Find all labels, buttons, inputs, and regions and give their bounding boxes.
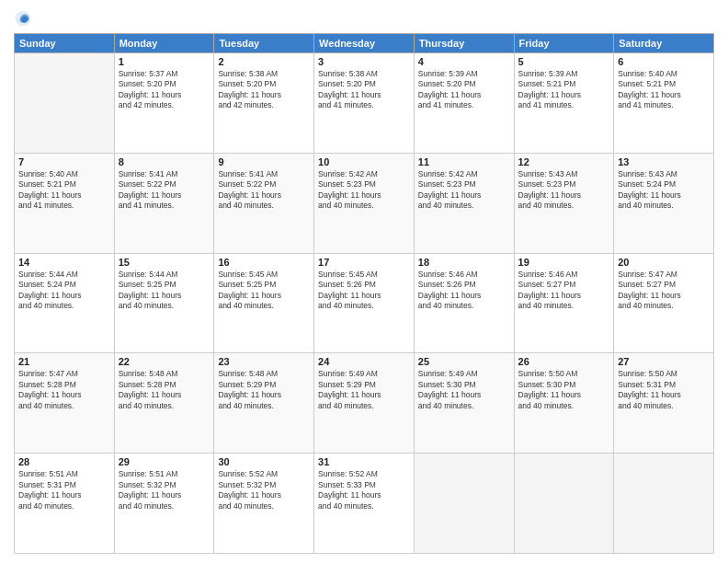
day-number: 9 xyxy=(218,156,310,167)
day-number: 28 xyxy=(18,456,110,467)
calendar-cell: 4Sunrise: 5:39 AMSunset: 5:20 PMDaylight… xyxy=(414,53,514,154)
cell-info: Sunrise: 5:49 AMSunset: 5:30 PMDaylight:… xyxy=(418,369,510,411)
day-number: 19 xyxy=(518,257,610,268)
day-header-thursday: Thursday xyxy=(414,34,514,53)
cell-info: Sunrise: 5:37 AMSunset: 5:20 PMDaylight:… xyxy=(119,69,210,111)
calendar-cell: 17Sunrise: 5:45 AMSunset: 5:26 PMDayligh… xyxy=(314,253,415,353)
calendar-cell: 31Sunrise: 5:52 AMSunset: 5:33 PMDayligh… xyxy=(314,454,415,554)
cell-info: Sunrise: 5:40 AMSunset: 5:21 PMDaylight:… xyxy=(18,169,110,212)
calendar-header: SundayMondayTuesdayWednesdayThursdayFrid… xyxy=(15,34,714,53)
calendar-cell: 12Sunrise: 5:43 AMSunset: 5:23 PMDayligh… xyxy=(514,153,614,253)
calendar-body: 1Sunrise: 5:37 AMSunset: 5:20 PMDaylight… xyxy=(15,53,714,554)
cell-info: Sunrise: 5:51 AMSunset: 5:32 PMDaylight:… xyxy=(119,469,210,511)
header xyxy=(14,9,714,28)
day-header-tuesday: Tuesday xyxy=(214,34,314,53)
cell-info: Sunrise: 5:52 AMSunset: 5:33 PMDaylight:… xyxy=(318,469,410,511)
calendar-cell: 20Sunrise: 5:47 AMSunset: 5:27 PMDayligh… xyxy=(614,253,714,353)
calendar-cell: 19Sunrise: 5:46 AMSunset: 5:27 PMDayligh… xyxy=(514,253,614,353)
cell-info: Sunrise: 5:52 AMSunset: 5:32 PMDaylight:… xyxy=(218,469,310,511)
calendar-cell xyxy=(614,454,714,554)
cell-info: Sunrise: 5:38 AMSunset: 5:20 PMDaylight:… xyxy=(318,69,410,111)
cell-info: Sunrise: 5:43 AMSunset: 5:24 PMDaylight:… xyxy=(618,169,710,212)
cell-info: Sunrise: 5:45 AMSunset: 5:26 PMDaylight:… xyxy=(318,270,410,312)
day-number: 11 xyxy=(418,156,510,167)
calendar-cell xyxy=(514,454,614,554)
page: SundayMondayTuesdayWednesdayThursdayFrid… xyxy=(0,0,728,563)
calendar-cell: 1Sunrise: 5:37 AMSunset: 5:20 PMDaylight… xyxy=(114,53,214,154)
calendar-week-row: 28Sunrise: 5:51 AMSunset: 5:31 PMDayligh… xyxy=(15,454,714,554)
calendar-cell: 7Sunrise: 5:40 AMSunset: 5:21 PMDaylight… xyxy=(15,153,115,253)
day-number: 4 xyxy=(418,56,510,67)
cell-info: Sunrise: 5:41 AMSunset: 5:22 PMDaylight:… xyxy=(218,169,310,212)
cell-info: Sunrise: 5:50 AMSunset: 5:31 PMDaylight:… xyxy=(618,369,710,411)
cell-info: Sunrise: 5:42 AMSunset: 5:23 PMDaylight:… xyxy=(318,169,410,212)
calendar-cell: 6Sunrise: 5:40 AMSunset: 5:21 PMDaylight… xyxy=(614,53,714,154)
day-header-row: SundayMondayTuesdayWednesdayThursdayFrid… xyxy=(15,34,714,53)
day-number: 2 xyxy=(218,56,310,67)
day-number: 16 xyxy=(218,257,310,268)
calendar-table: SundayMondayTuesdayWednesdayThursdayFrid… xyxy=(14,33,714,554)
calendar-cell: 24Sunrise: 5:49 AMSunset: 5:29 PMDayligh… xyxy=(314,353,415,454)
day-number: 23 xyxy=(218,356,310,367)
calendar-cell: 11Sunrise: 5:42 AMSunset: 5:23 PMDayligh… xyxy=(414,153,514,253)
calendar-week-row: 1Sunrise: 5:37 AMSunset: 5:20 PMDaylight… xyxy=(15,53,714,154)
cell-info: Sunrise: 5:45 AMSunset: 5:25 PMDaylight:… xyxy=(218,270,310,312)
day-number: 14 xyxy=(18,257,110,268)
day-number: 26 xyxy=(518,356,610,367)
general-blue-icon xyxy=(14,9,32,28)
calendar-week-row: 21Sunrise: 5:47 AMSunset: 5:28 PMDayligh… xyxy=(15,353,714,454)
day-header-wednesday: Wednesday xyxy=(314,34,415,53)
cell-info: Sunrise: 5:47 AMSunset: 5:28 PMDaylight:… xyxy=(18,369,110,411)
calendar-cell: 9Sunrise: 5:41 AMSunset: 5:22 PMDaylight… xyxy=(214,153,314,253)
calendar-cell: 29Sunrise: 5:51 AMSunset: 5:32 PMDayligh… xyxy=(114,454,214,554)
cell-info: Sunrise: 5:41 AMSunset: 5:22 PMDaylight:… xyxy=(119,169,210,212)
day-number: 22 xyxy=(119,356,210,367)
calendar-cell: 10Sunrise: 5:42 AMSunset: 5:23 PMDayligh… xyxy=(314,153,415,253)
day-number: 6 xyxy=(618,56,710,67)
calendar-cell: 13Sunrise: 5:43 AMSunset: 5:24 PMDayligh… xyxy=(614,153,714,253)
day-header-saturday: Saturday xyxy=(614,34,714,53)
cell-info: Sunrise: 5:46 AMSunset: 5:26 PMDaylight:… xyxy=(418,270,510,312)
day-number: 27 xyxy=(618,356,710,367)
calendar-cell: 14Sunrise: 5:44 AMSunset: 5:24 PMDayligh… xyxy=(15,253,115,353)
calendar-cell xyxy=(414,454,514,554)
calendar-cell: 21Sunrise: 5:47 AMSunset: 5:28 PMDayligh… xyxy=(15,353,115,454)
cell-info: Sunrise: 5:51 AMSunset: 5:31 PMDaylight:… xyxy=(18,469,110,511)
cell-info: Sunrise: 5:49 AMSunset: 5:29 PMDaylight:… xyxy=(318,369,410,411)
calendar-cell: 23Sunrise: 5:48 AMSunset: 5:29 PMDayligh… xyxy=(214,353,314,454)
calendar-cell: 26Sunrise: 5:50 AMSunset: 5:30 PMDayligh… xyxy=(514,353,614,454)
calendar-cell: 30Sunrise: 5:52 AMSunset: 5:32 PMDayligh… xyxy=(214,454,314,554)
day-number: 30 xyxy=(218,456,310,467)
cell-info: Sunrise: 5:39 AMSunset: 5:20 PMDaylight:… xyxy=(418,69,510,111)
day-header-monday: Monday xyxy=(114,34,214,53)
calendar-cell xyxy=(15,53,115,154)
calendar-cell: 22Sunrise: 5:48 AMSunset: 5:28 PMDayligh… xyxy=(114,353,214,454)
calendar-cell: 3Sunrise: 5:38 AMSunset: 5:20 PMDaylight… xyxy=(314,53,415,154)
cell-info: Sunrise: 5:42 AMSunset: 5:23 PMDaylight:… xyxy=(418,169,510,212)
cell-info: Sunrise: 5:47 AMSunset: 5:27 PMDaylight:… xyxy=(618,270,710,312)
day-number: 31 xyxy=(318,456,410,467)
day-header-friday: Friday xyxy=(514,34,614,53)
day-number: 18 xyxy=(418,257,510,268)
calendar-cell: 18Sunrise: 5:46 AMSunset: 5:26 PMDayligh… xyxy=(414,253,514,353)
day-header-sunday: Sunday xyxy=(15,34,115,53)
cell-info: Sunrise: 5:48 AMSunset: 5:29 PMDaylight:… xyxy=(218,369,310,411)
cell-info: Sunrise: 5:43 AMSunset: 5:23 PMDaylight:… xyxy=(518,169,610,212)
day-number: 21 xyxy=(18,356,110,367)
cell-info: Sunrise: 5:38 AMSunset: 5:20 PMDaylight:… xyxy=(218,69,310,111)
calendar-cell: 2Sunrise: 5:38 AMSunset: 5:20 PMDaylight… xyxy=(214,53,314,154)
calendar-cell: 16Sunrise: 5:45 AMSunset: 5:25 PMDayligh… xyxy=(214,253,314,353)
calendar-cell: 15Sunrise: 5:44 AMSunset: 5:25 PMDayligh… xyxy=(114,253,214,353)
cell-info: Sunrise: 5:46 AMSunset: 5:27 PMDaylight:… xyxy=(518,270,610,312)
day-number: 10 xyxy=(318,156,410,167)
day-number: 15 xyxy=(119,257,210,268)
day-number: 13 xyxy=(618,156,710,167)
calendar-cell: 27Sunrise: 5:50 AMSunset: 5:31 PMDayligh… xyxy=(614,353,714,454)
cell-info: Sunrise: 5:40 AMSunset: 5:21 PMDaylight:… xyxy=(618,69,710,111)
logo xyxy=(14,9,36,28)
calendar-cell: 8Sunrise: 5:41 AMSunset: 5:22 PMDaylight… xyxy=(114,153,214,253)
calendar-cell: 28Sunrise: 5:51 AMSunset: 5:31 PMDayligh… xyxy=(15,454,115,554)
day-number: 12 xyxy=(518,156,610,167)
day-number: 17 xyxy=(318,257,410,268)
day-number: 20 xyxy=(618,257,710,268)
